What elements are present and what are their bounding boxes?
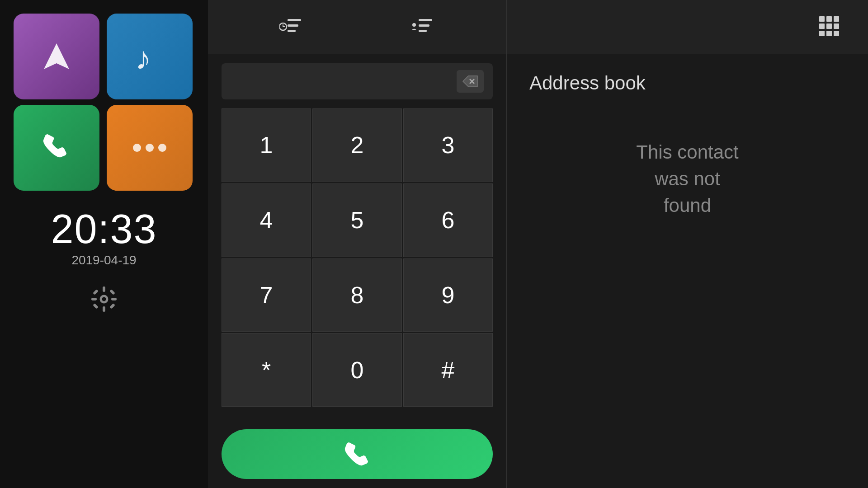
dialer-display — [222, 63, 493, 99]
settings-button[interactable] — [90, 286, 118, 314]
svg-rect-27 — [826, 16, 832, 22]
dialpad-grid-button[interactable] — [808, 10, 850, 44]
recent-calls-icon — [279, 14, 304, 39]
svg-rect-26 — [819, 16, 825, 22]
clock-section: 20:33 2019-04-19 — [51, 209, 157, 267]
call-button[interactable] — [222, 429, 493, 479]
key-3[interactable]: 3 — [403, 108, 493, 182]
svg-rect-19 — [419, 19, 432, 21]
svg-text:♪: ♪ — [135, 41, 151, 74]
svg-rect-14 — [288, 24, 298, 27]
clock-date: 2019-04-19 — [51, 253, 157, 267]
right-panel: Address book This contactwas notfound — [506, 0, 868, 488]
svg-rect-20 — [419, 24, 429, 27]
contacts-icon — [410, 14, 435, 39]
svg-rect-4 — [103, 306, 105, 312]
keypad-grid: 1 2 3 4 5 6 7 8 9 * 0 # — [222, 108, 493, 407]
svg-rect-34 — [834, 31, 839, 36]
svg-rect-9 — [93, 303, 99, 309]
clock-time: 20:33 — [51, 209, 157, 249]
not-found-message: This contactwas notfound — [636, 139, 738, 219]
key-0[interactable]: 0 — [312, 333, 402, 407]
app-grid: ♪ — [0, 0, 208, 200]
address-book-content: This contactwas notfound — [529, 139, 845, 219]
svg-rect-5 — [91, 298, 97, 300]
key-2[interactable]: 2 — [312, 108, 402, 182]
backspace-icon — [462, 75, 478, 88]
right-top-nav — [506, 0, 868, 54]
svg-point-22 — [412, 23, 416, 27]
svg-marker-0 — [44, 43, 69, 69]
key-1[interactable]: 1 — [222, 108, 311, 182]
dialer-section: 1 2 3 4 5 6 7 8 9 * 0 # — [208, 54, 506, 420]
svg-rect-10 — [109, 303, 115, 309]
app-tile-more[interactable] — [107, 105, 193, 191]
app-tile-navigation[interactable] — [14, 14, 99, 99]
svg-rect-30 — [826, 23, 832, 29]
call-button-wrap — [208, 420, 506, 488]
app-tile-phone[interactable] — [14, 105, 99, 191]
svg-rect-7 — [93, 289, 99, 295]
key-8[interactable]: 8 — [312, 258, 402, 332]
key-7[interactable]: 7 — [222, 258, 311, 332]
grid-icon — [817, 14, 841, 38]
svg-rect-31 — [834, 23, 839, 29]
svg-rect-28 — [834, 16, 839, 22]
left-panel: ♪ 20:33 2019-04-19 — [0, 0, 208, 488]
gear-icon — [90, 286, 118, 313]
navigation-icon — [40, 40, 74, 74]
key-4[interactable]: 4 — [222, 183, 311, 257]
address-book-title: Address book — [529, 72, 845, 94]
key-9[interactable]: 9 — [403, 258, 493, 332]
svg-rect-8 — [109, 289, 115, 295]
svg-rect-15 — [288, 30, 296, 32]
key-hash[interactable]: # — [403, 333, 493, 407]
svg-marker-23 — [463, 76, 477, 87]
address-book-section: Address book This contactwas notfound — [506, 54, 868, 488]
svg-rect-3 — [103, 286, 105, 292]
phone-icon-tile — [41, 132, 72, 164]
svg-rect-13 — [288, 19, 301, 21]
svg-rect-32 — [819, 31, 825, 36]
key-5[interactable]: 5 — [312, 183, 402, 257]
middle-panel: 1 2 3 4 5 6 7 8 9 * 0 # — [208, 0, 506, 488]
recent-calls-button[interactable] — [270, 10, 313, 44]
more-dots-icon — [133, 144, 166, 152]
dialer-top-nav — [208, 0, 506, 54]
app-tile-music[interactable]: ♪ — [107, 14, 193, 99]
svg-rect-21 — [419, 30, 427, 32]
key-6[interactable]: 6 — [403, 183, 493, 257]
contacts-button[interactable] — [401, 10, 444, 44]
svg-rect-6 — [111, 298, 117, 300]
call-phone-icon — [344, 441, 371, 468]
svg-rect-33 — [826, 31, 832, 36]
svg-rect-29 — [819, 23, 825, 29]
key-star[interactable]: * — [222, 333, 311, 407]
backspace-button[interactable] — [457, 70, 484, 93]
music-icon: ♪ — [133, 40, 167, 74]
